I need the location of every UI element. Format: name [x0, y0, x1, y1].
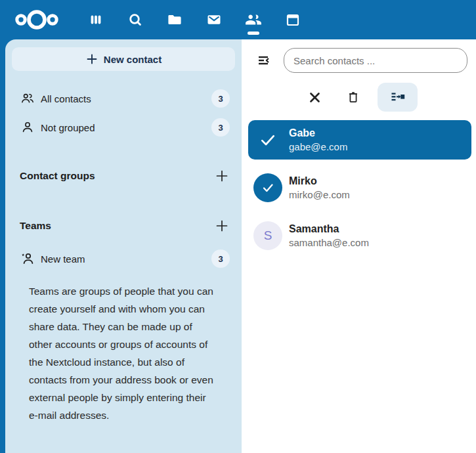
- contact-name: Mirko: [289, 175, 350, 188]
- not-grouped-count-badge: 3: [211, 118, 230, 137]
- app-navigation: [81, 3, 307, 36]
- contact-email: gabe@e.com: [289, 141, 347, 154]
- teams-title: Teams: [20, 220, 51, 232]
- sidebar-item-label: New team: [41, 253, 85, 265]
- calendar-icon[interactable]: [278, 3, 307, 36]
- contact-row-samantha[interactable]: S Samantha samantha@e.com: [248, 216, 471, 255]
- active-app-indicator: [248, 32, 259, 35]
- contact-email: mirko@e.com: [289, 189, 350, 202]
- collapse-sidebar-icon[interactable]: [249, 46, 278, 75]
- contacts-sidebar: New contact All contacts 3: [5, 39, 242, 453]
- apps-grid-icon[interactable]: [81, 3, 110, 36]
- mail-icon[interactable]: [200, 3, 228, 36]
- contact-groups-heading: Contact groups: [12, 162, 235, 190]
- selection-toolbar: [242, 83, 476, 112]
- teams-description: Teams are groups of people that you can …: [29, 282, 215, 424]
- plus-icon: [85, 53, 98, 66]
- main-layout: New contact All contacts 3: [5, 39, 476, 453]
- new-contact-label: New contact: [104, 54, 162, 65]
- sidebar-item-not-grouped[interactable]: Not grouped 3: [12, 113, 235, 142]
- avatar[interactable]: S: [253, 221, 282, 250]
- sidebar-item-label: All contacts: [41, 93, 91, 104]
- contact-row-gabe[interactable]: Gabe gabe@e.com: [248, 120, 471, 160]
- checked-avatar-icon[interactable]: [253, 173, 282, 202]
- sidebar-item-all-contacts[interactable]: All contacts 3: [12, 84, 235, 113]
- all-contacts-count-badge: 3: [211, 89, 230, 108]
- selected-check-icon[interactable]: [253, 125, 282, 154]
- teams-heading: Teams: [12, 211, 235, 240]
- cancel-selection-icon[interactable]: [300, 83, 329, 112]
- contact-name: Samantha: [289, 223, 369, 236]
- contact-list-panel: Gabe gabe@e.com Mirko mirko@e.com: [242, 39, 476, 453]
- contacts-icon[interactable]: [239, 3, 268, 36]
- nextcloud-logo-icon[interactable]: [14, 8, 59, 32]
- person-icon: [20, 119, 35, 135]
- sidebar-nav-list: All contacts 3 Not grouped 3: [12, 84, 235, 142]
- add-team-button[interactable]: [209, 213, 235, 239]
- search-icon[interactable]: [121, 3, 150, 36]
- merge-icon: [390, 89, 406, 105]
- search-contacts-input[interactable]: [284, 48, 467, 73]
- new-contact-button[interactable]: New contact: [12, 47, 235, 71]
- list-header: [242, 39, 476, 75]
- contact-groups-title: Contact groups: [20, 170, 95, 182]
- contact-row-mirko[interactable]: Mirko mirko@e.com: [248, 168, 471, 207]
- sidebar-item-label: Not grouped: [41, 122, 95, 133]
- merge-contacts-button[interactable]: [378, 83, 418, 112]
- team-star-person-icon: [20, 251, 35, 267]
- contact-name: Gabe: [289, 127, 347, 140]
- files-folder-icon[interactable]: [160, 3, 189, 36]
- delete-selected-icon[interactable]: [339, 83, 368, 112]
- add-contact-group-button[interactable]: [209, 163, 235, 189]
- contact-email: samantha@e.com: [289, 237, 369, 249]
- app-header: [0, 0, 476, 39]
- new-team-count-badge: 3: [211, 249, 230, 268]
- contacts-multiple-icon: [20, 91, 35, 106]
- contact-list: Gabe gabe@e.com Mirko mirko@e.com: [248, 120, 471, 255]
- sidebar-item-new-team[interactable]: New team 3: [12, 244, 235, 273]
